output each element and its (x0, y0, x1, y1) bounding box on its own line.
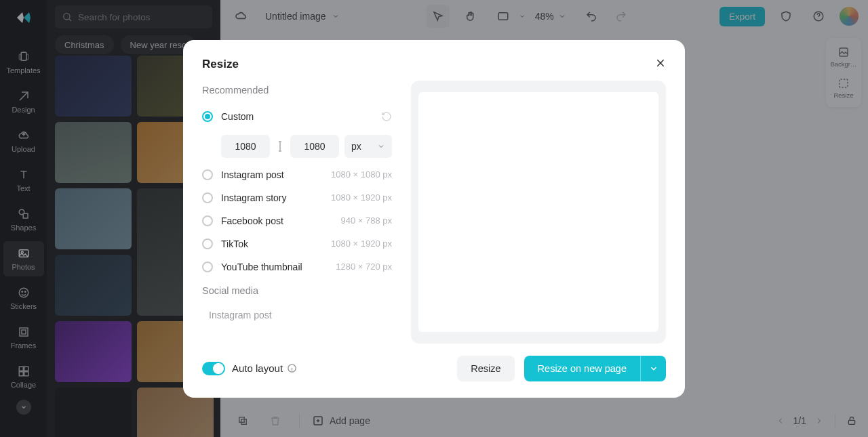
modal-overlay: Resize Recommended Custom (0, 0, 868, 437)
unit-select[interactable]: px (344, 135, 392, 158)
radio-icon (202, 111, 213, 122)
option-custom[interactable]: Custom (202, 105, 392, 128)
radio-icon (202, 238, 213, 249)
recommended-label: Recommended (202, 85, 392, 96)
resize-options: Recommended Custom px (202, 81, 392, 344)
option-youtube-thumbnail[interactable]: YouTube thumbnail 1280 × 720 px (202, 255, 392, 278)
resize-button[interactable]: Resize (457, 356, 514, 381)
resize-new-page-button[interactable]: Resize on new page (524, 356, 640, 381)
resize-new-page-dropdown[interactable] (640, 356, 666, 381)
social-media-label: Social media (202, 285, 392, 296)
link-dimensions-icon[interactable] (275, 141, 285, 152)
radio-icon (202, 215, 213, 226)
resize-preview (411, 81, 666, 344)
close-button[interactable] (652, 55, 669, 71)
height-input[interactable] (290, 135, 339, 158)
auto-layout-toggle[interactable] (202, 362, 225, 375)
info-icon[interactable] (287, 363, 297, 373)
preview-canvas (418, 92, 658, 332)
modal-footer: Auto layout Resize Resize on new page (202, 356, 666, 381)
option-tiktok[interactable]: TikTok 1080 × 1920 px (202, 232, 392, 255)
reset-icon[interactable] (381, 111, 392, 122)
radio-icon (202, 192, 213, 203)
chevron-down-icon (377, 142, 385, 150)
resize-modal: Resize Recommended Custom (183, 40, 685, 398)
auto-layout-label: Auto layout (232, 362, 297, 374)
radio-icon (202, 169, 213, 180)
option-instagram-post[interactable]: Instagram post 1080 × 1080 px (202, 163, 392, 186)
option-instagram-story[interactable]: Instagram story 1080 × 1920 px (202, 186, 392, 209)
social-instagram-post[interactable]: Instagram post (202, 306, 392, 320)
width-input[interactable] (221, 135, 270, 158)
option-facebook-post[interactable]: Facebook post 940 × 788 px (202, 209, 392, 232)
radio-icon (202, 262, 213, 272)
custom-size-inputs: px (221, 135, 392, 158)
modal-title: Resize (202, 58, 666, 71)
